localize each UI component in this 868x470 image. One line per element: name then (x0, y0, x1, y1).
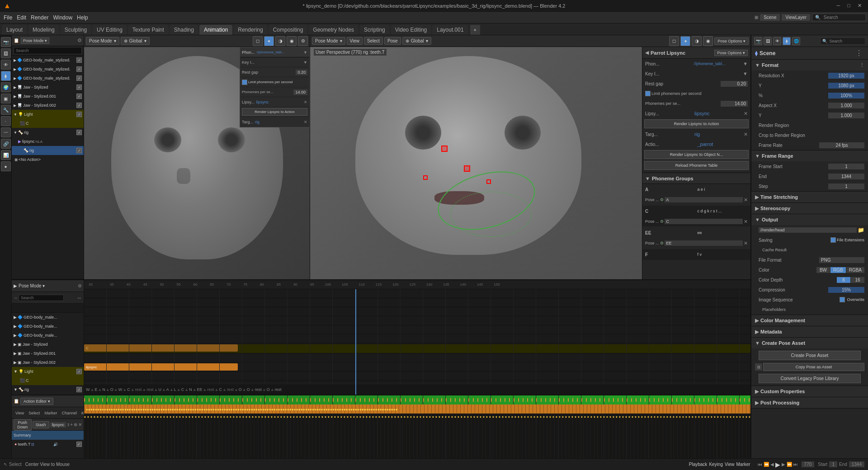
nla-item-geo2[interactable]: ▶ 🔷 GEO-body_male... (12, 322, 84, 331)
res-x-value[interactable]: 1920 px (828, 73, 864, 79)
playback-btn[interactable]: Playback (689, 462, 708, 467)
action-marker-btn[interactable]: Marker (42, 410, 59, 416)
window-maximize[interactable]: □ (844, 3, 853, 9)
pose-handle-3[interactable] (423, 175, 428, 180)
depth-16[interactable]: 16 (851, 277, 864, 283)
menu-window[interactable]: Window (51, 14, 74, 22)
post-proc-header[interactable]: ▶ Post Processing (751, 397, 868, 408)
create-pose-asset-btn[interactable]: Create Pose Asset (759, 351, 861, 360)
outliner-options[interactable]: ⚙ (77, 38, 82, 43)
right-shading-render[interactable]: ◉ (703, 36, 713, 46)
nla-jump[interactable]: ↔ (77, 295, 82, 301)
global-selector[interactable]: ⊕Global▾ (121, 37, 150, 45)
sidebar-icon-world[interactable]: 🌍 (1, 82, 11, 92)
action-select-btn[interactable]: Select (27, 410, 42, 416)
pose-val-a[interactable]: A (665, 197, 743, 202)
nla-rig-check[interactable]: ✓ (76, 387, 82, 392)
phoneme-float-panel[interactable]: Phon... //phoneme_tabl... ▼ Key I... ▼ R… (240, 47, 310, 127)
viewport-left[interactable]: Pose Mode▾ ⊕Global▾ ◻ ● ◑ ◉ ⚙ (84, 35, 310, 279)
action-val2[interactable]: _parrot (698, 141, 748, 147)
visibility-check[interactable]: ✓ (76, 85, 82, 90)
right-select-btn[interactable]: Select (364, 37, 383, 45)
color-rgb[interactable]: RGB (830, 267, 846, 273)
window-close[interactable]: ✕ (855, 3, 864, 9)
file-format-val[interactable]: PNG (819, 257, 864, 263)
prop-icon-output[interactable]: 🖼 (764, 37, 772, 45)
list-item[interactable]: ▶ 🦷 Jaw - Stylized ✓ (12, 83, 84, 92)
tab-layout-001[interactable]: Layout.001 (432, 25, 468, 35)
target-value[interactable]: rig (255, 120, 304, 124)
action-channel-btn[interactable]: Channel (60, 410, 79, 416)
custom-props-header[interactable]: ▶ Custom Properties (751, 386, 868, 397)
list-item[interactable]: ▶ 🔷 GEO-body_male_stylized. ✓ (12, 56, 84, 65)
list-item-lipsync[interactable]: ▶ lipsync NLA (12, 137, 84, 146)
target-x2[interactable]: ✕ (744, 132, 748, 137)
file-ext-check[interactable] (830, 237, 836, 243)
search-box[interactable]: 🔍 Search (812, 14, 866, 21)
aspect-y-value[interactable]: 1.000 (828, 113, 864, 118)
overwrite-check[interactable] (840, 297, 845, 302)
convert-legacy-btn[interactable]: Convert Legacy Pose Library (759, 374, 861, 383)
list-item[interactable]: ▶ 🦷 Jaw - Stylized.002 ✓ (12, 101, 84, 110)
sidebar-icon-output[interactable]: 🖼 (1, 48, 11, 58)
sidebar-icon-view[interactable]: 👁 (1, 60, 11, 70)
nla-settings[interactable]: ⚙ (78, 283, 82, 288)
list-item-no-action[interactable]: ◼ <No Action> (12, 155, 84, 164)
format-header[interactable]: ▼ Format ⋮ (751, 60, 868, 70)
phon-expand[interactable]: ▼ (743, 61, 748, 66)
sidebar-icon-physics[interactable]: 〰 (1, 127, 11, 137)
pose-options-btn[interactable]: Pose Options ▾ (714, 38, 749, 45)
prop-icon-scene[interactable]: ⧫ (783, 37, 791, 45)
prop-icon-view[interactable]: 👁 (773, 37, 781, 45)
phon-value[interactable]: //phoneme_tabl... (694, 61, 741, 66)
lipsy-close[interactable]: ✕ (304, 100, 307, 104)
next-keyframe-btn[interactable]: ▶ (782, 462, 785, 467)
props-search[interactable]: 🔍 Search (820, 38, 865, 45)
tab-geometry-nodes[interactable]: Geometry Nodes (308, 25, 359, 35)
sidebar-icon-modifier[interactable]: 🔧 (1, 105, 11, 115)
visibility-check[interactable]: ✓ (76, 94, 82, 99)
limit-check2[interactable] (645, 91, 651, 96)
stash-btn[interactable]: Stash (33, 421, 49, 428)
nla-mode[interactable]: Pose Mode ▾ (19, 283, 45, 288)
last-frame-btn[interactable]: ⏭ (793, 462, 798, 467)
color-bw[interactable]: BW (816, 267, 830, 273)
pose-x-ee[interactable]: ✕ (744, 240, 748, 246)
pose-x-c[interactable]: ✕ (744, 219, 748, 225)
stereo-header[interactable]: ▶ Stereoscopy (751, 203, 868, 214)
reload-phoneme-btn[interactable]: Reload Phoneme Table (644, 161, 749, 170)
view-btn-status[interactable]: View (725, 462, 735, 467)
depth-8[interactable]: 8 (837, 277, 850, 283)
scene-label[interactable]: Scene (760, 50, 775, 56)
menu-help[interactable]: Help (75, 14, 90, 22)
output-header[interactable]: ▼ Output (751, 214, 868, 225)
tab-shading[interactable]: Shading (170, 25, 198, 35)
compression-val[interactable]: 15% (828, 287, 864, 293)
list-item[interactable]: ▶ 🔷 GEO-body_male_stylized. ✓ (12, 74, 84, 83)
shading-material[interactable]: ◑ (275, 36, 285, 46)
aspect-x-value[interactable]: 1.000 (828, 103, 864, 108)
add-workspace-btn[interactable]: + (470, 25, 480, 35)
nla-item-light[interactable]: ▼ 💡 Light ✓ (12, 367, 84, 376)
right-global-selector[interactable]: ⊕Global▾ (402, 37, 431, 45)
pose-val-ee[interactable]: EE (665, 240, 743, 246)
lipsy-val2[interactable]: lipsync (694, 111, 742, 116)
phoneme-expand-icon[interactable]: ▼ (303, 50, 307, 55)
list-item-rig-child[interactable]: 🦴 rig ✓ (12, 146, 84, 155)
limit-checkbox[interactable] (242, 80, 247, 85)
lipsy-x2[interactable]: ✕ (744, 111, 748, 117)
frame-indicator[interactable]: 770 (802, 461, 815, 467)
nla-item-jaw3[interactable]: ▶ ▣ Jaw - Stylized.002 (12, 358, 84, 367)
shading-solid[interactable]: ● (264, 36, 274, 46)
play-btn[interactable]: ▶ (775, 461, 780, 468)
menu-file[interactable]: File (2, 14, 14, 22)
action-item-teeth[interactable]: ● teeth.T ⊡ 🔊 ✓ (12, 440, 84, 449)
view-selector[interactable]: Pose Mode▾ (86, 37, 119, 45)
action-mode[interactable]: Action Editor ▾ (20, 398, 53, 405)
nla-frame-input[interactable]: ↔ (14, 296, 18, 300)
list-item-light[interactable]: ▼ 💡 Light ✓ (12, 110, 84, 119)
action-close[interactable]: ✕ (78, 422, 82, 427)
color-mgmt-header[interactable]: ▶ Color Management (751, 315, 868, 326)
outliner-search[interactable] (14, 47, 82, 54)
nla-right[interactable]: 30 35 40 45 50 55 60 65 70 75 80 85 90 9… (84, 280, 750, 395)
